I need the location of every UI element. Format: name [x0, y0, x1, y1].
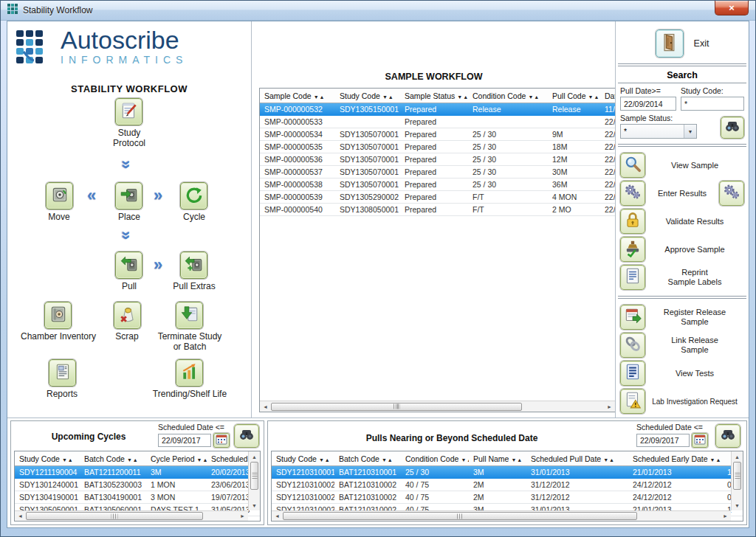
- scroll-up-arrow[interactable]: ▲: [732, 451, 743, 462]
- column-header[interactable]: Scheduled Pull Date▼▲: [526, 451, 628, 465]
- scrollbar-thumb[interactable]: [733, 462, 741, 490]
- action-row: Link Release Sample: [620, 332, 744, 358]
- reports-button[interactable]: [49, 359, 76, 387]
- column-header[interactable]: Study Code▼▲: [335, 89, 400, 103]
- table-row[interactable]: SDY1210310001BAT121031000125 / 303M31/01…: [272, 466, 743, 479]
- chevron-down-icon: »: [119, 231, 134, 240]
- table-row[interactable]: SMP-000000534SDY1305070001Prepared25 / 3…: [260, 128, 615, 141]
- action-label: Link Release Sample: [645, 336, 744, 355]
- table-cell: 4 MON: [548, 191, 600, 203]
- table-row[interactable]: SDY1301240001BAT13052300031 MON23/06/201…: [15, 479, 260, 491]
- study-code-input[interactable]: [681, 97, 744, 111]
- trending-button[interactable]: [176, 359, 203, 387]
- lab-investigation-request-button[interactable]: [620, 389, 645, 414]
- action-row: Lab Investigation Request: [620, 388, 744, 415]
- scroll-left-arrow[interactable]: ◄: [260, 402, 271, 412]
- study-protocol-button[interactable]: [115, 98, 142, 125]
- register-release-sample-button[interactable]: [620, 305, 645, 330]
- place-button[interactable]: [115, 182, 142, 209]
- column-header[interactable]: Pull Name▼▲: [469, 451, 526, 465]
- vertical-scrollbar[interactable]: ▲ ▼: [731, 451, 743, 510]
- search-button[interactable]: [234, 424, 259, 448]
- scroll-left-arrow[interactable]: ◄: [272, 511, 283, 521]
- search-button[interactable]: [715, 424, 740, 448]
- pull-date-input[interactable]: [620, 97, 676, 111]
- table-cell: SDY1305070001: [335, 166, 400, 178]
- scrap-button[interactable]: [114, 302, 141, 329]
- table-cell: SMP-000000532: [260, 103, 335, 115]
- table-row[interactable]: SMP-000000532SDY1305150001PreparedReleas…: [260, 103, 615, 116]
- column-header[interactable]: Pull Code▼▲: [548, 89, 600, 103]
- table-row[interactable]: SDY1210310002BAT121031000240 / 752M31/12…: [272, 479, 743, 491]
- scrollbar-thumb[interactable]: [250, 462, 258, 490]
- table-row[interactable]: SMP-000000538SDY1305070001Prepared25 / 3…: [260, 179, 615, 191]
- scroll-up-arrow[interactable]: ▲: [250, 451, 260, 462]
- column-header[interactable]: Study Code▼▲: [15, 451, 80, 465]
- scrollbar-thumb[interactable]: [271, 403, 522, 411]
- scroll-right-arrow[interactable]: ►: [237, 511, 248, 521]
- chamber-inventory-button[interactable]: [44, 302, 72, 329]
- table-cell: SDY1211190004: [15, 466, 80, 478]
- vertical-scrollbar[interactable]: ▲ ▼: [248, 451, 260, 510]
- column-header[interactable]: Study Code▼▲: [272, 451, 334, 465]
- approve-sample-button[interactable]: [620, 237, 645, 262]
- gears-icon: [623, 182, 642, 204]
- action-label: Enter Results: [645, 189, 719, 198]
- search-button[interactable]: [721, 117, 744, 139]
- table-cell: [335, 116, 400, 128]
- horizontal-scrollbar[interactable]: ◄ ►: [15, 510, 248, 521]
- table-row[interactable]: SMP-000000537SDY1305070001Prepared25 / 3…: [260, 166, 615, 179]
- sample-status-dropdown[interactable]: * ▼: [620, 124, 697, 139]
- enter-results-button[interactable]: [620, 181, 645, 206]
- cycle-button[interactable]: [180, 182, 207, 209]
- scrollbar-thumb[interactable]: [26, 512, 203, 520]
- terminate-button[interactable]: [176, 302, 203, 329]
- scheduled-date-input[interactable]: [158, 434, 211, 447]
- column-header[interactable]: Batch Code▼▲: [80, 451, 146, 465]
- scroll-right-arrow[interactable]: ►: [720, 511, 731, 521]
- column-header[interactable]: Scheduled Early Date▼▲: [628, 451, 723, 465]
- exit-button[interactable]: [656, 30, 684, 58]
- view-tests-button[interactable]: [620, 361, 645, 386]
- column-header[interactable]: Condition Code▼▲: [401, 451, 469, 465]
- table-row[interactable]: SDY1210310002BAT121031000240 / 752M31/12…: [272, 491, 743, 504]
- column-header[interactable]: Condition Code▼▲: [468, 89, 548, 103]
- table-cell: Prepared: [400, 103, 468, 115]
- pull-extras-button[interactable]: [180, 252, 207, 279]
- table-row[interactable]: SDY1211190004BAT12112000113M20/02/2013: [15, 466, 260, 479]
- horizontal-scrollbar[interactable]: ◄ ►: [272, 510, 731, 521]
- table-row[interactable]: SDY1304190001BAT13041900013 MON19/07/201…: [15, 491, 260, 504]
- link-release-sample-button[interactable]: [620, 333, 645, 358]
- document-blue-icon: [623, 362, 642, 384]
- table-cell: SDY1210310002: [272, 479, 334, 491]
- close-button[interactable]: ×: [715, 1, 749, 15]
- scroll-right-arrow[interactable]: ►: [604, 402, 615, 412]
- move-button[interactable]: [46, 182, 73, 209]
- table-row[interactable]: SMP-000000533Prepared22/0: [260, 116, 615, 128]
- scrollbar-thumb[interactable]: [283, 512, 637, 520]
- scroll-down-arrow[interactable]: ▼: [732, 500, 743, 510]
- column-header[interactable]: Sample Code▼▲: [260, 89, 335, 103]
- scheduled-date-input[interactable]: [636, 434, 690, 447]
- table-cell: 40 / 75: [401, 491, 469, 503]
- view-sample-button[interactable]: [620, 153, 645, 178]
- table-cell: [548, 116, 600, 128]
- table-row[interactable]: SMP-000000535SDY1305070001Prepared25 / 3…: [260, 141, 615, 153]
- horizontal-scrollbar[interactable]: ◄ ►: [260, 401, 615, 412]
- scroll-left-arrow[interactable]: ◄: [15, 511, 26, 521]
- table-row[interactable]: SMP-000000539SDY1305290002PreparedF/T4 M…: [260, 191, 615, 204]
- table-row[interactable]: SMP-000000540SDY1308050001PreparedF/T2 M…: [260, 204, 615, 216]
- scroll-down-arrow[interactable]: ▼: [250, 500, 260, 510]
- enter-results-alt-button[interactable]: [719, 181, 744, 206]
- table-cell: Prepared: [400, 141, 468, 153]
- table-header: Study Code▼▲Batch Code▼▲Condition Code▼▲…: [272, 451, 743, 466]
- validate-results-button[interactable]: [620, 209, 645, 234]
- column-header[interactable]: Cycle Period▼▲: [146, 451, 207, 465]
- pull-button[interactable]: [115, 252, 142, 279]
- calendar-button[interactable]: [692, 433, 708, 448]
- reprint-sample-labels-button[interactable]: [620, 265, 645, 290]
- column-header[interactable]: Sample Status▼▲: [400, 89, 468, 103]
- column-header[interactable]: Batch Code▼▲: [334, 451, 401, 465]
- calendar-button[interactable]: [213, 433, 230, 448]
- table-row[interactable]: SMP-000000536SDY1305070001Prepared25 / 3…: [260, 153, 615, 166]
